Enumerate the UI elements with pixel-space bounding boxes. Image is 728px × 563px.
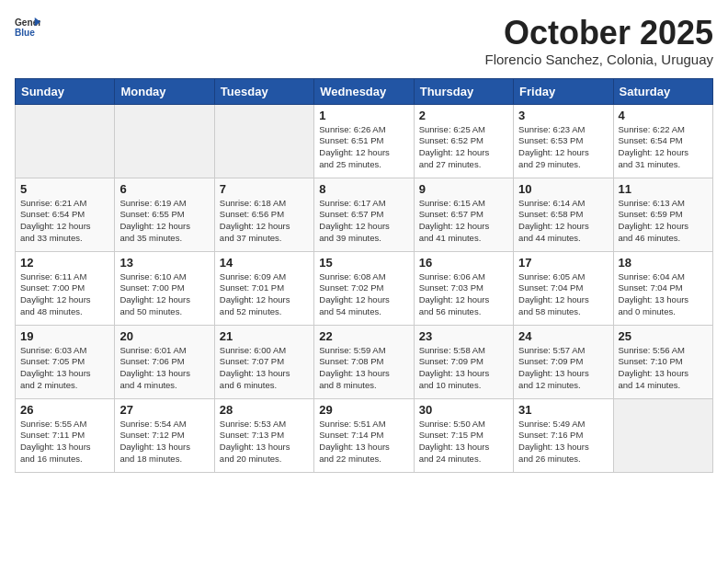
calendar-cell: 6Sunrise: 6:19 AM Sunset: 6:55 PM Daylig… — [115, 178, 214, 251]
calendar-cell: 2Sunrise: 6:25 AM Sunset: 6:52 PM Daylig… — [414, 104, 513, 178]
title-block: October 2025 Florencio Sanchez, Colonia,… — [485, 15, 713, 67]
day-number: 30 — [419, 403, 508, 417]
day-number: 1 — [319, 109, 408, 122]
weekday-header-thursday: Thursday — [414, 78, 513, 104]
calendar-cell — [214, 104, 313, 178]
weekday-header-monday: Monday — [115, 78, 214, 104]
day-number: 8 — [319, 182, 408, 196]
calendar-week-row: 5Sunrise: 6:21 AM Sunset: 6:54 PM Daylig… — [16, 178, 713, 251]
calendar-table: SundayMondayTuesdayWednesdayThursdayFrid… — [15, 78, 713, 473]
calendar-week-row: 12Sunrise: 6:11 AM Sunset: 7:00 PM Dayli… — [16, 251, 713, 325]
day-number: 27 — [119, 403, 209, 417]
day-info: Sunrise: 6:03 AM Sunset: 7:05 PM Dayligh… — [20, 345, 109, 392]
calendar-cell: 28Sunrise: 5:53 AM Sunset: 7:13 PM Dayli… — [214, 398, 313, 472]
weekday-header-sunday: Sunday — [16, 78, 115, 104]
day-number: 7 — [220, 182, 309, 196]
calendar-cell: 9Sunrise: 6:15 AM Sunset: 6:57 PM Daylig… — [414, 178, 513, 251]
weekday-header-friday: Friday — [514, 78, 613, 104]
calendar-cell: 20Sunrise: 6:01 AM Sunset: 7:06 PM Dayli… — [115, 325, 214, 398]
day-info: Sunrise: 6:04 AM Sunset: 7:04 PM Dayligh… — [619, 271, 708, 318]
calendar-cell: 8Sunrise: 6:17 AM Sunset: 6:57 PM Daylig… — [314, 178, 414, 251]
day-number: 13 — [119, 256, 209, 270]
day-info: Sunrise: 6:10 AM Sunset: 7:00 PM Dayligh… — [119, 271, 209, 318]
day-info: Sunrise: 5:53 AM Sunset: 7:13 PM Dayligh… — [220, 419, 309, 465]
calendar-cell — [115, 104, 214, 178]
day-info: Sunrise: 5:56 AM Sunset: 7:10 PM Dayligh… — [619, 345, 708, 392]
day-number: 23 — [419, 329, 508, 343]
day-info: Sunrise: 5:49 AM Sunset: 7:16 PM Dayligh… — [518, 419, 608, 465]
day-info: Sunrise: 6:11 AM Sunset: 7:00 PM Dayligh… — [20, 271, 109, 318]
day-number: 22 — [319, 329, 408, 343]
day-number: 21 — [220, 329, 309, 343]
calendar-cell: 23Sunrise: 5:58 AM Sunset: 7:09 PM Dayli… — [414, 325, 513, 398]
day-info: Sunrise: 6:15 AM Sunset: 6:57 PM Dayligh… — [419, 198, 508, 245]
calendar-cell: 7Sunrise: 6:18 AM Sunset: 6:56 PM Daylig… — [214, 178, 313, 251]
calendar-cell: 13Sunrise: 6:10 AM Sunset: 7:00 PM Dayli… — [115, 251, 214, 325]
day-number: 26 — [20, 403, 109, 417]
calendar-week-row: 19Sunrise: 6:03 AM Sunset: 7:05 PM Dayli… — [16, 325, 713, 398]
weekday-header-wednesday: Wednesday — [314, 78, 414, 104]
calendar-cell: 24Sunrise: 5:57 AM Sunset: 7:09 PM Dayli… — [514, 325, 613, 398]
calendar-cell: 12Sunrise: 6:11 AM Sunset: 7:00 PM Dayli… — [16, 251, 115, 325]
calendar-cell: 3Sunrise: 6:23 AM Sunset: 6:53 PM Daylig… — [514, 104, 613, 178]
day-info: Sunrise: 6:01 AM Sunset: 7:06 PM Dayligh… — [119, 345, 209, 392]
day-info: Sunrise: 6:08 AM Sunset: 7:02 PM Dayligh… — [319, 271, 408, 318]
day-info: Sunrise: 5:57 AM Sunset: 7:09 PM Dayligh… — [518, 345, 608, 392]
day-number: 11 — [619, 182, 708, 196]
calendar-cell: 18Sunrise: 6:04 AM Sunset: 7:04 PM Dayli… — [613, 251, 712, 325]
day-number: 31 — [518, 403, 608, 417]
day-number: 5 — [20, 182, 109, 196]
day-info: Sunrise: 6:23 AM Sunset: 6:53 PM Dayligh… — [518, 124, 608, 171]
day-number: 9 — [419, 182, 508, 196]
page-header: General Blue October 2025 Florencio Sanc… — [15, 15, 713, 67]
calendar-cell: 14Sunrise: 6:09 AM Sunset: 7:01 PM Dayli… — [214, 251, 313, 325]
day-number: 6 — [119, 182, 209, 196]
day-number: 3 — [518, 109, 608, 122]
day-number: 28 — [220, 403, 309, 417]
day-info: Sunrise: 6:26 AM Sunset: 6:51 PM Dayligh… — [319, 124, 408, 171]
day-info: Sunrise: 6:14 AM Sunset: 6:58 PM Dayligh… — [518, 198, 608, 245]
day-number: 18 — [619, 256, 708, 270]
day-info: Sunrise: 6:13 AM Sunset: 6:59 PM Dayligh… — [619, 198, 708, 245]
calendar-week-row: 26Sunrise: 5:55 AM Sunset: 7:11 PM Dayli… — [16, 398, 713, 472]
day-info: Sunrise: 5:55 AM Sunset: 7:11 PM Dayligh… — [20, 419, 109, 465]
calendar-cell: 5Sunrise: 6:21 AM Sunset: 6:54 PM Daylig… — [16, 178, 115, 251]
day-number: 16 — [419, 256, 508, 270]
day-number: 24 — [518, 329, 608, 343]
calendar-cell: 22Sunrise: 5:59 AM Sunset: 7:08 PM Dayli… — [314, 325, 414, 398]
weekday-header-saturday: Saturday — [613, 78, 712, 104]
calendar-cell: 31Sunrise: 5:49 AM Sunset: 7:16 PM Dayli… — [514, 398, 613, 472]
day-info: Sunrise: 6:09 AM Sunset: 7:01 PM Dayligh… — [220, 271, 309, 318]
calendar-cell: 10Sunrise: 6:14 AM Sunset: 6:58 PM Dayli… — [514, 178, 613, 251]
calendar-cell: 21Sunrise: 6:00 AM Sunset: 7:07 PM Dayli… — [214, 325, 313, 398]
day-number: 20 — [119, 329, 209, 343]
day-number: 14 — [220, 256, 309, 270]
calendar-cell: 11Sunrise: 6:13 AM Sunset: 6:59 PM Dayli… — [613, 178, 712, 251]
day-number: 2 — [419, 109, 508, 122]
calendar-cell: 26Sunrise: 5:55 AM Sunset: 7:11 PM Dayli… — [16, 398, 115, 472]
calendar-cell: 19Sunrise: 6:03 AM Sunset: 7:05 PM Dayli… — [16, 325, 115, 398]
calendar-cell: 30Sunrise: 5:50 AM Sunset: 7:15 PM Dayli… — [414, 398, 513, 472]
svg-text:Blue: Blue — [15, 28, 35, 38]
day-number: 4 — [619, 109, 708, 122]
day-info: Sunrise: 6:19 AM Sunset: 6:55 PM Dayligh… — [119, 198, 209, 245]
day-info: Sunrise: 6:21 AM Sunset: 6:54 PM Dayligh… — [20, 198, 109, 245]
day-info: Sunrise: 5:58 AM Sunset: 7:09 PM Dayligh… — [419, 345, 508, 392]
calendar-week-row: 1Sunrise: 6:26 AM Sunset: 6:51 PM Daylig… — [16, 104, 713, 178]
day-info: Sunrise: 5:59 AM Sunset: 7:08 PM Dayligh… — [319, 345, 408, 392]
day-number: 17 — [518, 256, 608, 270]
calendar-cell: 15Sunrise: 6:08 AM Sunset: 7:02 PM Dayli… — [314, 251, 414, 325]
calendar-cell: 25Sunrise: 5:56 AM Sunset: 7:10 PM Dayli… — [613, 325, 712, 398]
day-info: Sunrise: 6:05 AM Sunset: 7:04 PM Dayligh… — [518, 271, 608, 318]
calendar-cell — [16, 104, 115, 178]
day-info: Sunrise: 6:17 AM Sunset: 6:57 PM Dayligh… — [319, 198, 408, 245]
day-number: 15 — [319, 256, 408, 270]
month-title: October 2025 — [485, 15, 713, 52]
day-info: Sunrise: 6:18 AM Sunset: 6:56 PM Dayligh… — [220, 198, 309, 245]
calendar-cell: 16Sunrise: 6:06 AM Sunset: 7:03 PM Dayli… — [414, 251, 513, 325]
day-info: Sunrise: 5:50 AM Sunset: 7:15 PM Dayligh… — [419, 419, 508, 465]
weekday-header-row: SundayMondayTuesdayWednesdayThursdayFrid… — [16, 78, 713, 104]
calendar-cell: 1Sunrise: 6:26 AM Sunset: 6:51 PM Daylig… — [314, 104, 414, 178]
day-number: 29 — [319, 403, 408, 417]
day-info: Sunrise: 6:25 AM Sunset: 6:52 PM Dayligh… — [419, 124, 508, 171]
